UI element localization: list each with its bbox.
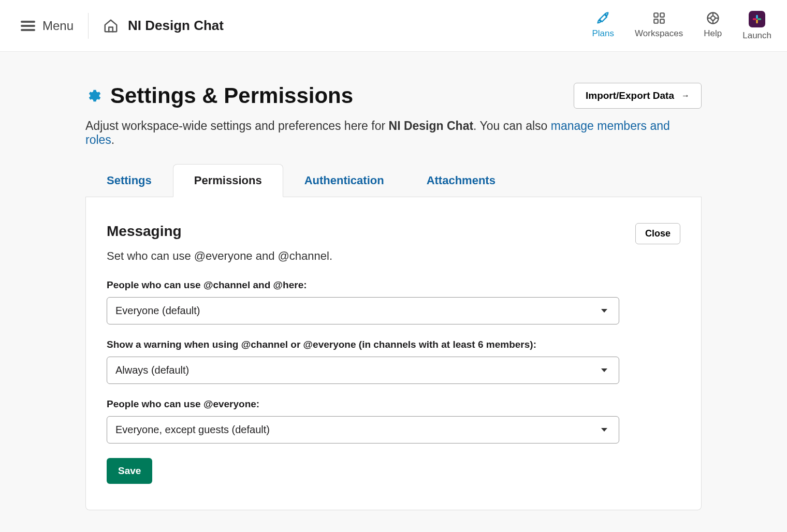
rocket-icon: [596, 11, 610, 25]
menu-button[interactable]: Menu: [21, 19, 88, 33]
svg-rect-0: [654, 13, 658, 17]
svg-rect-10: [756, 14, 757, 19]
tab-permissions[interactable]: Permissions: [173, 164, 283, 197]
nav-launch-label: Launch: [742, 31, 771, 41]
tab-authentication[interactable]: Authentication: [283, 164, 405, 197]
field-warning: Show a warning when using @channel or @e…: [107, 339, 619, 384]
svg-rect-12: [756, 19, 757, 23]
field-everyone-label: People who can use @everyone:: [107, 398, 619, 410]
grid-icon: [652, 11, 666, 25]
close-button[interactable]: Close: [635, 223, 680, 244]
gear-icon: [85, 88, 101, 104]
page-header: Settings & Permissions Import/Export Dat…: [85, 83, 702, 109]
nav-plans[interactable]: Plans: [592, 11, 615, 39]
nav-workspaces[interactable]: Workspaces: [635, 11, 683, 39]
nav-help-label: Help: [704, 28, 722, 39]
home-icon[interactable]: [103, 18, 119, 34]
page-subtitle: Adjust workspace-wide settings and prefe…: [85, 119, 702, 147]
slack-icon: [749, 11, 765, 27]
topbar: Menu NI Design Chat Plans: [0, 0, 787, 52]
select-channel-here[interactable]: Everyone (default): [107, 297, 619, 324]
section-header: Messaging Close: [107, 223, 680, 244]
nav-workspaces-label: Workspaces: [635, 28, 683, 39]
main-content: Settings & Permissions Import/Export Dat…: [85, 52, 702, 510]
topbar-nav: Plans Workspaces: [592, 11, 772, 41]
svg-point-5: [711, 16, 715, 20]
save-button[interactable]: Save: [107, 458, 152, 484]
nav-help[interactable]: Help: [704, 11, 722, 39]
subtitle-mid: . You can also: [473, 119, 551, 132]
field-channel-here: People who can use @channel and @here: E…: [107, 279, 619, 324]
import-export-button[interactable]: Import/Export Data →: [574, 83, 702, 109]
permissions-panel: Messaging Close Set who can use @everyon…: [85, 197, 702, 510]
field-channel-here-label: People who can use @channel and @here:: [107, 279, 619, 291]
workspace-name[interactable]: NI Design Chat: [128, 18, 224, 34]
tab-attachments[interactable]: Attachments: [405, 164, 517, 197]
svg-rect-11: [757, 18, 762, 20]
subtitle-prefix: Adjust workspace-wide settings and prefe…: [85, 119, 389, 132]
svg-rect-2: [654, 19, 658, 23]
tab-settings[interactable]: Settings: [85, 164, 173, 197]
nav-plans-label: Plans: [592, 28, 615, 39]
help-icon: [706, 11, 720, 25]
hamburger-icon: [21, 21, 35, 31]
select-warning[interactable]: Always (default): [107, 357, 619, 384]
arrow-right-icon: →: [681, 91, 690, 100]
field-warning-label: Show a warning when using @channel or @e…: [107, 339, 619, 350]
subtitle-workspace: NI Design Chat: [389, 119, 474, 132]
section-title: Messaging: [107, 223, 182, 240]
svg-rect-13: [753, 18, 757, 20]
menu-label: Menu: [42, 19, 74, 33]
section-desc: Set who can use @everyone and @channel.: [107, 249, 680, 263]
field-everyone: People who can use @everyone: Everyone, …: [107, 398, 619, 444]
topbar-divider: [88, 13, 89, 39]
select-everyone[interactable]: Everyone, except guests (default): [107, 416, 619, 444]
tabs: Settings Permissions Authentication Atta…: [85, 164, 702, 197]
subtitle-suffix: .: [111, 133, 114, 146]
page-title: Settings & Permissions: [110, 83, 353, 108]
nav-launch[interactable]: Launch: [742, 11, 771, 41]
svg-rect-1: [660, 13, 664, 17]
import-export-label: Import/Export Data: [586, 90, 674, 101]
svg-rect-3: [660, 19, 664, 23]
